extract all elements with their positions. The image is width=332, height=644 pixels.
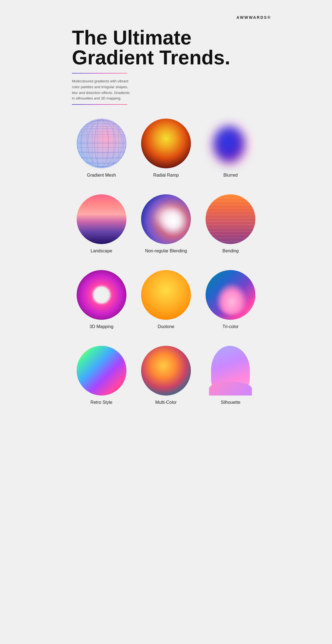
- non-regular-circle: [141, 194, 191, 244]
- silhouette-label: Silhouette: [221, 400, 240, 405]
- retro-style-circle: [77, 346, 126, 396]
- duotone-label: Duotone: [158, 324, 175, 329]
- title-underline: [72, 73, 127, 74]
- bending-label: Bending: [222, 248, 239, 253]
- list-item: Radial Ramp: [136, 119, 195, 178]
- non-regular-label: Non-regular Blending: [145, 248, 187, 253]
- radial-ramp-circle: [141, 119, 191, 168]
- list-item: Blurred: [201, 119, 260, 178]
- gradient-mesh-circle: [77, 119, 126, 168]
- subtitle-text: Multicoloured gradients with vibrant col…: [72, 78, 133, 101]
- blurred-label: Blurred: [224, 173, 238, 178]
- list-item: 3D Mapping: [72, 270, 131, 329]
- multi-color-label: Multi-Color: [155, 400, 177, 405]
- tricolor-label: Tri-color: [222, 324, 238, 329]
- subtitle-underline: [72, 104, 127, 105]
- radial-ramp-label: Radial Ramp: [153, 173, 179, 178]
- gradient-grid: Gradient Mesh Radial Ramp Blurred Landsc…: [72, 119, 260, 405]
- landscape-circle: [77, 194, 126, 244]
- list-item: Non-regular Blending: [136, 194, 195, 253]
- list-item: Gradient Mesh: [72, 119, 131, 178]
- list-item: Duotone: [136, 270, 195, 329]
- tricolor-circle: [206, 270, 255, 320]
- duotone-circle: [141, 270, 191, 320]
- 3d-mapping-circle: [77, 270, 126, 320]
- list-item: Multi-Color: [136, 346, 195, 405]
- blurred-circle: [206, 119, 255, 168]
- landscape-label: Landscape: [91, 248, 112, 253]
- list-item: Tri-color: [201, 270, 260, 329]
- page-title: The Ultimate Gradient Trends.: [72, 28, 260, 67]
- 3d-mapping-label: 3D Mapping: [90, 324, 113, 329]
- silhouette-circle: [206, 346, 255, 396]
- brand-logo: AWWWARDS®: [237, 15, 271, 20]
- list-item: Silhouette: [201, 346, 260, 405]
- list-item: Bending: [201, 194, 260, 253]
- list-item: Retro Style: [72, 346, 131, 405]
- multi-color-circle: [141, 346, 191, 396]
- gradient-mesh-label: Gradient Mesh: [87, 173, 116, 178]
- bending-circle: [206, 194, 255, 244]
- list-item: Landscape: [72, 194, 131, 253]
- retro-style-label: Retro Style: [90, 400, 112, 405]
